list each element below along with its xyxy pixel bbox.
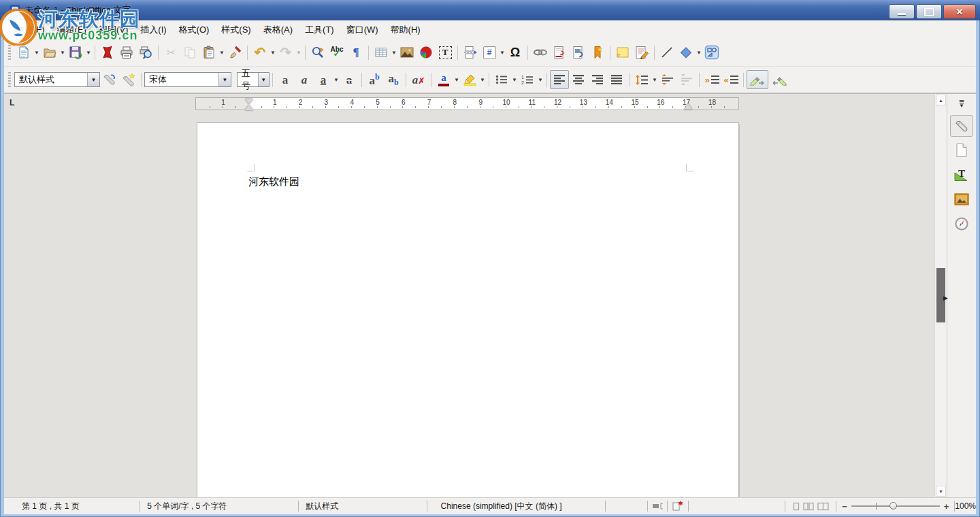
menu-item-5[interactable]: 格式(O) <box>173 21 216 39</box>
insert-table-dropdown[interactable]: ▼ <box>391 50 397 56</box>
book-view-button[interactable] <box>817 502 829 511</box>
paragraph-spacing-decrease-button[interactable] <box>677 70 696 89</box>
insert-textbox-button[interactable]: T <box>436 43 455 62</box>
increase-indent-button[interactable]: » <box>702 70 721 89</box>
horizontal-ruler[interactable]: 1 123456789101112131415161718 <box>195 97 739 110</box>
track-changes-button[interactable] <box>632 43 651 62</box>
zoom-level-label[interactable]: 100% <box>955 498 976 514</box>
menu-item-10[interactable]: 帮助(H) <box>385 21 427 39</box>
menu-item-6[interactable]: 样式(S) <box>215 21 257 39</box>
spelling-button[interactable]: Abc✓ <box>327 43 346 62</box>
zoom-slider[interactable] <box>851 505 940 507</box>
insert-line-button[interactable] <box>657 43 676 62</box>
zoom-slider-handle[interactable] <box>889 502 897 510</box>
document-modified-indicator[interactable]: ✱ <box>668 498 688 514</box>
basic-shapes-button[interactable] <box>676 43 696 62</box>
new-document-button[interactable] <box>14 43 33 62</box>
undo-dropdown[interactable]: ▼ <box>270 50 276 56</box>
clone-formatting-button[interactable] <box>225 43 244 62</box>
menu-item-7[interactable]: 表格(A) <box>257 21 299 39</box>
line-spacing-button[interactable] <box>632 70 651 89</box>
tab-stop-selector[interactable]: L <box>10 98 14 107</box>
open-button[interactable] <box>40 43 59 62</box>
menu-item-1[interactable]: 文件(F) <box>10 21 51 39</box>
status-page-info[interactable]: 第 1 页 , 共 1 页 <box>4 498 140 514</box>
multi-page-view-button[interactable] <box>803 502 814 511</box>
sidebar-tab-styles[interactable]: T <box>950 164 973 186</box>
redo-button[interactable]: ↷ <box>276 43 295 62</box>
bookmark-button[interactable] <box>588 43 607 62</box>
update-style-button[interactable] <box>100 70 119 89</box>
chevron-down-icon[interactable]: ▼ <box>87 73 99 86</box>
document-page[interactable]: 河东软件园 <box>197 123 738 497</box>
menu-item-9[interactable]: 窗口(W) <box>340 21 385 39</box>
insert-image-button[interactable] <box>397 43 416 62</box>
justify-button[interactable] <box>607 70 626 89</box>
bullet-list-button[interactable] <box>492 70 511 89</box>
copy-button[interactable] <box>180 43 199 62</box>
formatting-marks-button[interactable]: ¶ <box>346 43 365 62</box>
selection-mode-button[interactable] <box>648 498 667 514</box>
font-name-combobox[interactable]: 宋体 ▼ <box>144 72 231 87</box>
align-right-button[interactable] <box>588 70 607 89</box>
align-center-button[interactable] <box>569 70 588 89</box>
zoom-in-button[interactable]: + <box>944 501 949 512</box>
insert-endnote-button[interactable] <box>569 43 588 62</box>
insert-chart-button[interactable] <box>416 43 436 62</box>
save-dropdown[interactable]: ▼ <box>85 50 92 56</box>
bold-button[interactable]: a <box>276 70 295 89</box>
menu-item-2[interactable]: 编辑(E) <box>51 21 93 39</box>
numbered-list-button[interactable]: 12 <box>518 70 537 89</box>
export-pdf-button[interactable] <box>98 43 117 62</box>
bullet-list-dropdown[interactable]: ▼ <box>511 77 518 83</box>
chevron-down-icon[interactable]: ▼ <box>218 73 231 86</box>
redo-dropdown[interactable]: ▼ <box>295 50 302 56</box>
subscript-button[interactable]: ab <box>384 70 403 89</box>
highlight-color-button[interactable] <box>460 70 479 89</box>
superscript-button[interactable]: ab <box>365 70 384 89</box>
insert-comment-button[interactable] <box>613 43 632 62</box>
open-dropdown[interactable]: ▼ <box>59 50 66 56</box>
paste-button[interactable] <box>199 43 218 62</box>
paragraph-spacing-increase-button[interactable] <box>658 70 677 89</box>
hyperlink-button[interactable] <box>531 43 550 62</box>
underline-dropdown[interactable]: ▼ <box>333 77 340 83</box>
strikethrough-button[interactable]: a <box>340 70 359 89</box>
cut-button[interactable]: ✂ <box>161 43 180 62</box>
minimize-button[interactable] <box>889 4 915 19</box>
italic-button[interactable]: a <box>295 70 314 89</box>
insert-field-dropdown[interactable]: ▼ <box>499 50 506 56</box>
print-button[interactable] <box>117 43 136 62</box>
maximize-button[interactable] <box>916 4 942 19</box>
zoom-out-button[interactable]: − <box>842 501 847 512</box>
text-direction-ltr-button[interactable] <box>747 70 768 89</box>
menu-item-3[interactable]: 视图(V) <box>93 21 134 39</box>
undo-button[interactable]: ↶ <box>250 43 270 62</box>
text-direction-rtl-button[interactable] <box>768 70 790 89</box>
line-spacing-dropdown[interactable]: ▼ <box>651 77 658 83</box>
insert-footnote-button[interactable] <box>550 43 569 62</box>
paste-dropdown[interactable]: ▼ <box>218 50 225 56</box>
sidebar-settings-button[interactable]: ≡▼ <box>959 99 964 108</box>
decrease-indent-button[interactable]: « <box>721 70 740 89</box>
sidebar-collapse-handle[interactable]: ▶ <box>943 295 948 301</box>
scroll-up-button[interactable]: ▲ <box>936 95 946 105</box>
clear-formatting-button[interactable]: a✗ <box>409 70 428 89</box>
font-size-combobox[interactable]: 五号 ▼ <box>237 72 270 87</box>
status-word-count[interactable]: 5 个单词/字 , 5 个字符 <box>140 498 298 514</box>
numbered-list-dropdown[interactable]: ▼ <box>537 77 544 83</box>
print-preview-button[interactable] <box>136 43 155 62</box>
paragraph-style-combobox[interactable]: 默认样式 ▼ <box>14 72 100 87</box>
new-style-button[interactable] <box>119 70 138 89</box>
status-language[interactable]: Chinese (simplified) [中文 (简体) ] <box>427 498 605 514</box>
sidebar-tab-page[interactable] <box>950 139 973 161</box>
scroll-down-button[interactable]: ▼ <box>936 486 946 497</box>
new-document-dropdown[interactable]: ▼ <box>33 50 40 56</box>
font-color-dropdown[interactable]: ▼ <box>453 77 460 83</box>
sidebar-tab-properties[interactable] <box>950 115 973 137</box>
close-button[interactable]: ✕ <box>943 4 976 19</box>
toolbar-grip-2[interactable] <box>8 72 11 87</box>
save-button[interactable] <box>66 43 85 62</box>
highlight-color-dropdown[interactable]: ▼ <box>479 77 486 83</box>
sidebar-tab-gallery[interactable] <box>950 188 973 210</box>
